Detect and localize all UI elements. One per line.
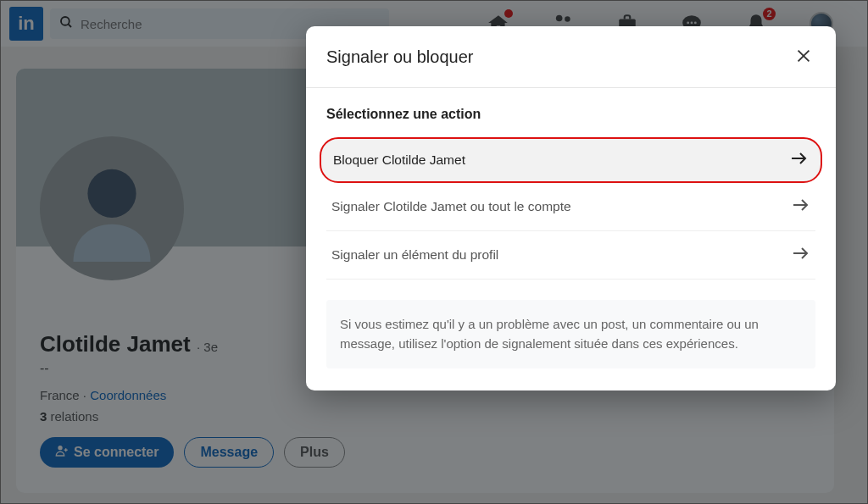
option-report-item-label: Signaler un élément du profil [331,247,498,263]
close-button[interactable] [792,45,815,69]
option-report-item[interactable]: Signaler un élément du profil [326,231,815,280]
arrow-right-icon [790,243,810,267]
option-block-label: Bloquer Clotilde Jamet [333,152,465,168]
modal-body: Sélectionnez une action Bloquer Clotilde… [306,88,836,390]
info-box: Si vous estimez qu'il y a un problème av… [326,300,815,368]
modal-header: Signaler ou bloquer [306,26,836,88]
arrow-right-icon [788,148,809,172]
option-block[interactable]: Bloquer Clotilde Jamet [320,137,822,183]
option-report-account-label: Signaler Clotilde Jamet ou tout le compt… [331,199,571,214]
option-report-account[interactable]: Signaler Clotilde Jamet ou tout le compt… [326,183,815,231]
close-icon [794,47,813,68]
report-block-modal: Signaler ou bloquer Sélectionnez une act… [306,26,836,390]
modal-subtitle: Sélectionnez une action [326,107,815,122]
modal-title: Signaler ou bloquer [326,47,473,67]
arrow-right-icon [790,195,810,219]
